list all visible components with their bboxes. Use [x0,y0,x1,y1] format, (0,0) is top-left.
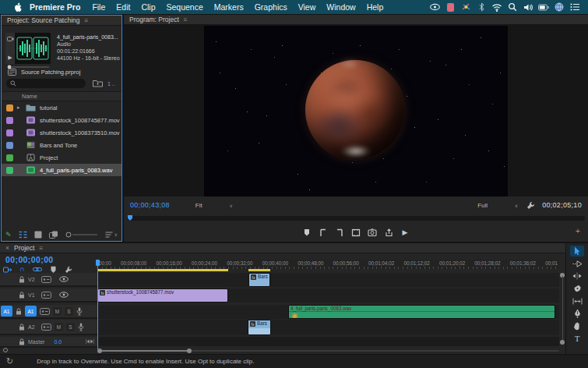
audio-waveform-thumbnail[interactable] [15,33,51,64]
menu-view[interactable]: View [293,2,322,12]
track-header-a2[interactable]: A2 M S [0,320,97,335]
solo-button[interactable]: S [65,307,73,316]
mute-button[interactable]: M [55,323,63,331]
menu-clip[interactable]: Clip [136,2,160,12]
close-panel-icon[interactable]: × [5,244,9,252]
razor-tool[interactable] [570,283,584,294]
track-header-a1[interactable]: A1 A1 M S [0,305,97,319]
track-label-v1[interactable]: V1 [28,292,38,298]
track-target-a1-button[interactable]: A1 [25,306,37,317]
nest-sequences-icon[interactable] [3,266,12,274]
source-patch-icon[interactable] [40,308,50,315]
icon-view-button[interactable] [34,231,42,239]
source-patch-icon[interactable] [41,276,51,283]
search-input[interactable] [6,79,86,88]
freeform-view-button[interactable] [49,231,58,239]
add-marker-button[interactable] [301,227,312,238]
panel-menu-icon[interactable]: ≡ [85,17,89,24]
track-header-v1[interactable]: V1 [0,288,97,303]
disclosure-chevron-icon[interactable]: ▸ [17,104,22,111]
app-name[interactable]: Premiere Pro [23,2,86,12]
menu-edit[interactable]: Edit [111,2,136,12]
volume-icon[interactable] [523,2,533,12]
lock-icon[interactable] [19,338,25,345]
fit-timeline-icon[interactable] [86,338,94,345]
master-gain-value[interactable]: 0.0 [54,339,62,345]
timeline-settings-wrench-icon[interactable] [65,266,72,274]
track-select-forward-tool[interactable] [570,258,584,269]
label-color-swatch[interactable] [6,129,13,136]
ripple-edit-tool[interactable] [570,271,584,281]
menu-help[interactable]: Help [361,2,389,12]
add-marker-icon[interactable] [50,266,57,274]
project-writable-icon[interactable]: ✎ [5,231,12,239]
battery-icon[interactable] [538,2,549,12]
project-panel-tab[interactable]: Project: Source Patching [7,16,80,24]
preview-play-icon[interactable]: ▶ [8,55,12,61]
list-item-project-sequence[interactable]: Project [2,151,121,164]
mark-in-button[interactable] [318,227,329,238]
export-frame-button[interactable] [367,227,378,238]
program-scrubber-bar[interactable] [127,216,585,221]
menu-sequence[interactable]: Sequence [160,2,208,12]
apple-menu-icon[interactable] [12,2,23,12]
voiceover-mic-icon[interactable] [76,307,83,316]
playhead-handle[interactable] [96,260,100,266]
playhead-line[interactable] [97,260,98,349]
track-header-v2[interactable]: V2 [0,273,97,287]
clip-shutterstock-video[interactable]: fxshutterstock_1008745877.mov [97,288,228,303]
name-column-header[interactable]: Name [2,91,121,101]
menu-graphics[interactable]: Graphics [249,2,293,12]
timeline-tab[interactable]: Project [14,244,34,252]
list-view-button[interactable] [19,231,27,239]
button-editor-plus[interactable]: + [576,227,580,235]
menu-file[interactable]: File [86,2,111,12]
sort-options-button[interactable]: ∨ [105,232,118,238]
clip-bars-video[interactable]: fxBars [248,273,270,287]
track-lane-v2[interactable] [97,273,559,287]
list-item-bars-and-tone[interactable]: Bars and Tone [2,139,121,151]
project-root-row[interactable]: Source Patching.prproj [8,69,117,76]
track-label-v2[interactable]: V2 [28,277,38,282]
source-patch-a1-button[interactable]: A1 [1,306,12,317]
slip-tool[interactable] [570,295,584,306]
panel-menu-icon[interactable]: ≡ [184,16,188,23]
timeline-vertical-scrollbar[interactable] [559,254,565,354]
hand-tool[interactable] [570,320,584,331]
clip-bars-audio[interactable]: fxBars [248,320,271,335]
timeline-corner-handle[interactable] [3,348,8,352]
label-color-swatch[interactable] [6,154,13,161]
toggle-track-output-eye-icon[interactable] [59,292,69,298]
label-color-swatch[interactable] [6,167,13,174]
timeline-horizontal-scrollbar[interactable] [97,349,559,353]
bluetooth-icon[interactable] [476,2,487,12]
camera-view-icon[interactable] [7,36,14,41]
timeline-ruler[interactable]: 00;0000;00;08;00 00;00;16;0000;00;24;00 … [97,260,559,269]
solo-button[interactable]: S [66,323,75,331]
playback-resolution-select[interactable]: Full∨ [474,201,522,210]
lift-button[interactable] [350,227,361,238]
scrollbar-right-handle[interactable] [187,349,192,353]
lock-icon[interactable] [19,276,25,283]
toggle-track-output-eye-icon[interactable] [59,276,69,282]
list-item-shutterstock-2[interactable]: shutterstock_1008373510.mov [2,126,121,139]
wifi-icon[interactable] [491,2,502,12]
label-color-swatch[interactable] [6,142,13,149]
pen-tool[interactable] [570,308,584,319]
list-item-audio-wav-selected[interactable]: 4_full_paris-paris_0083.wav [2,164,121,176]
list-item-shutterstock-1[interactable]: shutterstock_1008745877.mov [2,114,121,126]
track-lane-a2[interactable] [97,320,559,335]
snap-magnet-icon[interactable]: ∩ [19,266,25,273]
screen-record-icon[interactable] [445,2,456,12]
export-button[interactable] [383,227,394,238]
camera-icon[interactable] [429,2,440,12]
zoom-level-select[interactable]: Fit∨ [192,201,237,210]
source-patch-icon[interactable] [41,292,51,299]
play-button[interactable]: ▶ [400,227,410,238]
globe-icon[interactable] [554,2,565,12]
plugin-icon[interactable] [460,2,471,12]
menu-markers[interactable]: Markers [209,2,249,12]
zoom-slider[interactable] [65,232,98,238]
program-panel-tab[interactable]: Program: Project [129,16,179,23]
type-tool[interactable]: T [570,333,584,344]
